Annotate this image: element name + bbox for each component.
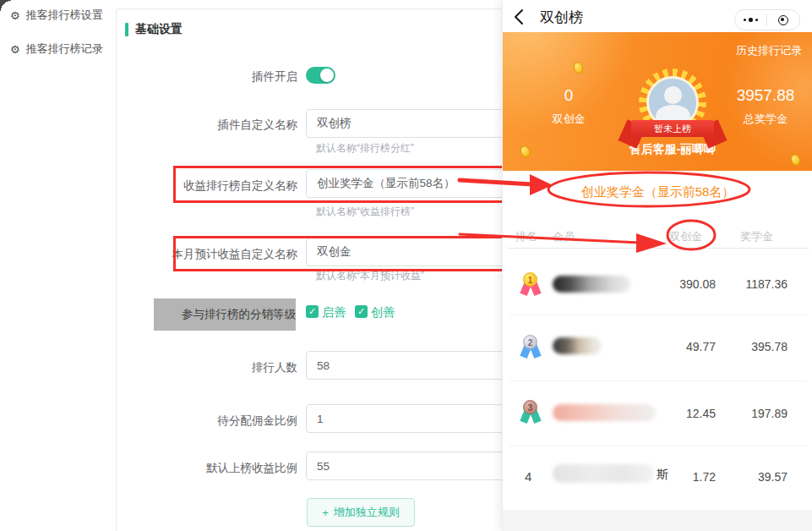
plugin-toggle-label: 插件开启 — [120, 69, 297, 85]
col-header-rank: 排名 — [515, 229, 537, 244]
silver-medal-icon: 2 — [520, 335, 541, 359]
revenue-rank-name-hint: 默认名称“收益排行榜” — [316, 205, 414, 219]
dual-fund-cell: 390.08 — [640, 277, 716, 291]
service-name: 售后客服-丽唧唧 — [588, 142, 757, 157]
plugin-name-label: 插件自定义名称 — [120, 118, 297, 133]
row-divider — [510, 446, 806, 446]
col-header-dual-fund: 双创金 — [638, 229, 702, 244]
add-rule-button-label: 增加独立规则 — [334, 505, 400, 520]
level-checkbox-qishan[interactable]: ✓ — [306, 305, 319, 318]
masked-member-name — [553, 337, 602, 354]
annotation-box-revenue-rank-name — [173, 166, 516, 203]
coin-icon — [519, 144, 531, 158]
bronze-medal-icon: 3 — [520, 400, 541, 424]
dual-fund-label: 双创金 — [542, 112, 596, 127]
level-checkbox-chuangshan-label: 创善 — [371, 305, 395, 320]
phone-preview: 双创榜 历史排行记录 0 双创金 3957.88 总奖学金 暂未上榜 售后客服-… — [502, 0, 812, 531]
scholarship-cell: 197.89 — [718, 407, 787, 420]
page-title: 双创榜 — [540, 8, 583, 27]
scholarship-cell: 1187.36 — [718, 277, 787, 291]
not-ranked-badge: 暂未上榜 — [631, 120, 714, 137]
toggle-knob — [320, 68, 334, 82]
ranking-banner: 历史排行记录 0 双创金 3957.88 总奖学金 暂未上榜 售后客服-丽唧唧 — [503, 32, 812, 171]
total-scholarship-label: 总奖学金 — [728, 112, 804, 127]
sidebar-item-rank-settings[interactable]: ⚙ 推客排行榜设置 — [10, 8, 103, 23]
dual-fund-cell: 12.45 — [640, 407, 716, 420]
annotation-box-month-revenue-name — [173, 236, 516, 271]
add-rule-button[interactable]: + 增加独立规则 — [307, 498, 415, 527]
pending-commission-ratio-label: 待分配佣金比例 — [120, 413, 297, 429]
header-divider — [507, 248, 809, 249]
sidebar-item-label: 推客排行榜记录 — [26, 41, 103, 57]
row-divider — [510, 380, 806, 381]
coin-icon — [789, 152, 802, 167]
dual-fund-cell: 49.77 — [640, 340, 716, 353]
list-title: 创业奖学金（显示前58名） — [503, 184, 812, 200]
exit-icon[interactable] — [767, 10, 798, 30]
dual-fund-cell: 1.72 — [640, 470, 716, 484]
coin-icon — [572, 60, 585, 74]
wechat-capsule — [734, 9, 800, 30]
default-revenue-ratio-label: 默认上榜收益比例 — [120, 461, 297, 476]
avatar-silhouette-head — [664, 86, 682, 104]
plus-icon: + — [322, 506, 329, 519]
gear-icon: ⚙ — [10, 10, 20, 21]
level-checkbox-chuangshan[interactable]: ✓ — [355, 305, 368, 318]
gold-medal-icon: 1 — [520, 272, 541, 297]
page: ⚙ 推客排行榜设置 ⚙ 推客排行榜记录 基础设置 插件开启 插件自定义名称 默认… — [0, 0, 812, 531]
sidebar-item-rank-records[interactable]: ⚙ 推客排行榜记录 — [10, 41, 103, 57]
history-rank-link[interactable]: 历史排行记录 — [736, 43, 802, 58]
section-title: 基础设置 — [135, 22, 183, 37]
plugin-enabled-toggle[interactable] — [306, 67, 335, 84]
col-header-member: 会员 — [553, 229, 575, 244]
masked-member-name — [553, 464, 654, 483]
back-icon[interactable] — [514, 8, 524, 25]
phone-footer — [503, 510, 812, 531]
more-icon[interactable] — [735, 10, 766, 30]
scholarship-cell: 395.78 — [718, 340, 787, 353]
row-divider — [510, 315, 806, 315]
plugin-name-hint: 默认名称“排行榜分红” — [316, 141, 414, 156]
col-header-scholarship: 奖学金 — [709, 229, 773, 244]
level-checkbox-qishan-label: 启善 — [322, 305, 346, 320]
masked-member-name — [553, 276, 630, 293]
distribution-levels-label: 参与排行榜的分销等级 — [154, 298, 296, 331]
rank-number: 4 — [525, 469, 531, 484]
dual-fund-value: 0 — [542, 86, 596, 105]
sidebar-item-label: 推客排行榜设置 — [26, 8, 103, 23]
scholarship-cell: 39.57 — [718, 470, 787, 484]
rank-count-label: 排行人数 — [120, 360, 297, 375]
total-scholarship-value: 3957.88 — [728, 86, 804, 105]
section-accent-bar — [125, 23, 128, 36]
gear-icon: ⚙ — [10, 44, 20, 55]
